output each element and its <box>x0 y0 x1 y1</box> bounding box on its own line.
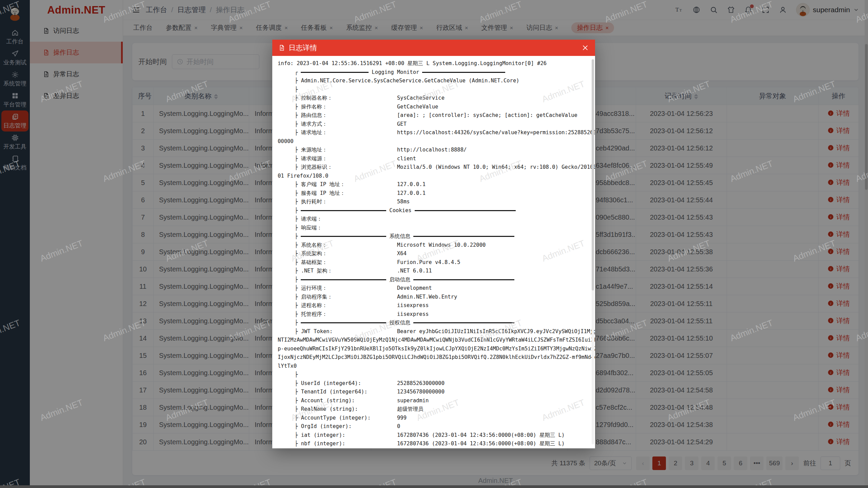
log-line: ├系统信息 <box>272 232 595 241</box>
log-line: ├ 来源地址：http://localhost:8888/ <box>272 146 595 155</box>
log-line: ├ JWT Token:Bearer eyJhbGciOiJIUzI1NiIsI… <box>272 327 595 336</box>
log-line: ├ 请求地址：https://localhost:44326/sysCache/… <box>272 128 595 137</box>
log-line: ├ 服务端 IP 地址：127.0.0.1 <box>272 189 595 198</box>
log-line: p-euoeeQhuWRmCIsIkFjY291bnRUeXBlIjo5OTks… <box>272 345 595 353</box>
log-line: ├授权信息 <box>272 319 595 327</box>
log-line: ├ 托管程序：iisexpress <box>272 310 595 319</box>
log-line: NTI2MzAwMDAwMCwiVGVuYW50SWQiOjEyMzQ1Njc4… <box>272 336 595 345</box>
log-line: ├ 系统名称：Microsoft Windows 10.0.22000 <box>272 241 595 250</box>
log-line: lYtTx0 <box>272 362 595 371</box>
log-line: IjoxNjczNDEyMjM2LCJpc3MiOiJBZG1pbi5ORVQi… <box>272 353 595 362</box>
log-line: ├ 请求端源：client <box>272 155 595 163</box>
log-line: ├ 系统架构：X64 <box>272 249 595 258</box>
log-line: ├ 请求端： <box>272 215 595 224</box>
log-detail-body: info: 2023-01-04 12:55:36.1516291 +08:00… <box>272 56 595 448</box>
log-line: ├ 控制器名称：SysCacheService <box>272 94 595 103</box>
log-line: ├ Admin.NET.Core.Service.SysCacheService… <box>272 77 595 85</box>
log-detail-dialog: 日志详情 info: 2023-01-04 12:55:36.1516291 +… <box>272 40 595 448</box>
log-line: ├ nbf (integer):1672807436 (2023-01-04 1… <box>272 440 595 448</box>
log-line: ├ TenantId (integer64):123456780000000 <box>272 388 595 396</box>
close-icon[interactable] <box>581 44 589 52</box>
dialog-title: 日志详情 <box>289 43 317 53</box>
log-line: ├ iat (integer):1672807436 (2023-01-04 1… <box>272 431 595 440</box>
log-line: ├ 请求方式：GET <box>272 120 595 129</box>
bottom-strip <box>0 485 868 488</box>
dialog-scrollbar[interactable] <box>592 59 594 444</box>
log-line: ├ 路由信息：[area]: ; [controller]: sysCache;… <box>272 111 595 120</box>
log-line: ├ UserId (integer64):252885263000000 <box>272 379 595 388</box>
log-line: ├ RealName (string):超级管理员 <box>272 405 595 414</box>
dialog-scrollbar-thumb[interactable] <box>592 59 594 290</box>
log-line: ├Cookies <box>272 206 595 215</box>
log-line: ├ 响应端： <box>272 224 595 232</box>
dialog-header: 日志详情 <box>272 40 595 56</box>
log-line: ├ 基础框架：Furion.Pure v4.8.4.5 <box>272 258 595 267</box>
log-line: ├ AccountType (integer):999 <box>272 414 595 423</box>
log-line: ├ OrgId (integer):0 <box>272 422 595 431</box>
log-line: 01 Firefox/108.0 <box>272 172 595 181</box>
log-line: ├ 运行环境：Development <box>272 284 595 293</box>
log-line: ├ 客户端 IP 地址：127.0.0.1 <box>272 180 595 189</box>
log-line: ├ 浏览器标识：Mozilla/5.0 (Windows NT 10.0; Wi… <box>272 163 595 172</box>
log-line: ├ 启动程序集：Admin.NET.Web.Entry <box>272 293 595 302</box>
log-line: ├ .NET 架构：.NET 6.0.11 <box>272 267 595 276</box>
log-line: ├ 进程名称：iisexpress <box>272 301 595 310</box>
document-icon <box>278 44 285 51</box>
log-line: info: 2023-01-04 12:55:36.1516291 +08:00… <box>272 59 595 68</box>
log-line: ├启动信息 <box>272 276 595 284</box>
log-line: ├ 执行耗时：58ms <box>272 198 595 206</box>
log-line: ├ Account (string):superadmin <box>272 396 595 405</box>
log-line: ├ 操作名称：GetCacheValue <box>272 103 595 111</box>
log-line: ├ <box>272 85 595 94</box>
log-line: ├ <box>272 370 595 379</box>
log-line: ┌Logging Monitor <box>272 68 595 77</box>
log-line: 00000 <box>272 137 595 146</box>
